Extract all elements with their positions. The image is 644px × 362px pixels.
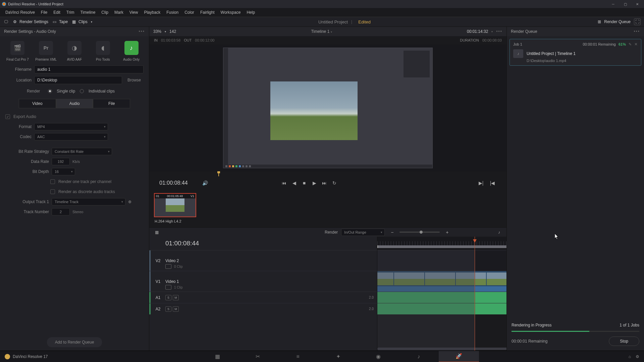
loop-button[interactable]: ↻	[330, 179, 338, 187]
monitor-icon[interactable]: 🖵	[3, 19, 9, 24]
track-v1-lane[interactable]: Photoshop Regenbogen erstellen.mp4	[377, 271, 506, 292]
expand-button[interactable]: ⛶	[634, 18, 641, 25]
menu-file[interactable]: File	[38, 9, 50, 15]
menu-resolve[interactable]: DaVinci Resolve	[3, 9, 38, 15]
menu-color[interactable]: Color	[182, 9, 197, 15]
track-enable-icon[interactable]	[165, 285, 171, 290]
solo-button[interactable]: S	[165, 295, 171, 300]
datarate-input[interactable]	[52, 158, 70, 165]
preset-fcp7[interactable]: 🎬Final Cut Pro 7	[5, 41, 30, 61]
scrub-playhead[interactable]	[218, 172, 219, 176]
timeline-playhead[interactable]	[475, 237, 475, 351]
timeline-content[interactable]: Photoshop Regenbogen erstellen.mp4 Photo…	[377, 237, 506, 351]
add-to-queue-button[interactable]: Add to Render Queue	[47, 337, 102, 347]
next-clip-button[interactable]: ▶|	[477, 179, 485, 187]
add-track-button[interactable]: ⊕	[128, 199, 131, 204]
tracknum-input[interactable]	[52, 208, 70, 216]
output-track-select[interactable]: Timeline Track	[52, 198, 125, 205]
inout-range[interactable]	[377, 245, 506, 248]
tab-file[interactable]: File	[93, 99, 130, 108]
menu-timeline[interactable]: Timeline	[77, 9, 98, 15]
clip-card[interactable]: 0100:01:05:48V1 H.264 High L4.2	[154, 193, 198, 225]
bitdepth-select[interactable]: 16	[52, 168, 75, 175]
render-job[interactable]: Job 1 00:00:01 Remaining 61% ✎ ✕ ♪ Untit…	[509, 39, 641, 66]
page-fairlight[interactable]: ♪	[398, 351, 439, 362]
preset-audio-only[interactable]: ♪Audio Only	[119, 41, 144, 61]
zoom-out-button[interactable]: −	[388, 228, 396, 236]
viewer-menu[interactable]: •••	[496, 29, 502, 34]
render-discrete-checkbox[interactable]	[50, 189, 55, 194]
page-color[interactable]: ◉	[358, 351, 398, 362]
scrub-bar[interactable]	[154, 172, 502, 176]
timeline-name[interactable]: Timeline 1	[311, 29, 329, 34]
bitrate-strat-select[interactable]: Constant Bit Rate	[52, 148, 112, 155]
menu-edit[interactable]: Edit	[51, 9, 63, 15]
track-a1-lane[interactable]: Photoshop Regenbogen erstellen.mp4	[377, 292, 506, 303]
page-edit[interactable]: ≡	[278, 351, 318, 362]
menu-view[interactable]: View	[127, 9, 141, 15]
menu-trim[interactable]: Trim	[64, 9, 77, 15]
page-deliver[interactable]: 🚀	[439, 351, 479, 362]
format-select[interactable]: MP4	[34, 123, 108, 130]
clips-toggle[interactable]: ▦Clips▾	[71, 19, 92, 24]
browse-button[interactable]: Browse	[125, 78, 144, 82]
zoom-level[interactable]: 33%	[153, 29, 161, 34]
preset-protools[interactable]: ◖Pro Tools	[90, 41, 116, 61]
single-clip-radio[interactable]	[48, 89, 52, 93]
export-audio-checkbox[interactable]: ✓	[5, 114, 10, 119]
audio-clip-a2[interactable]: Photoshop Regenbogen erstellen.mp4	[377, 303, 506, 314]
timeline-view-icon[interactable]: ▦	[154, 230, 159, 235]
first-frame-button[interactable]: ⏮	[280, 179, 288, 187]
volume-button[interactable]: 🔊	[201, 179, 209, 187]
home-button[interactable]: ⌂	[629, 354, 631, 359]
minimize-button[interactable]: ─	[608, 1, 618, 7]
page-media[interactable]: ▦	[197, 351, 237, 362]
audio-clip-a1[interactable]: Photoshop Regenbogen erstellen.mp4	[377, 292, 506, 303]
track-v2-lane[interactable]	[377, 250, 506, 271]
zoom-slider[interactable]	[399, 232, 440, 233]
render-queue-menu[interactable]: •••	[634, 29, 640, 34]
settings-button[interactable]: ⚙	[636, 354, 639, 359]
video-clip[interactable]: Photoshop Regenbogen erstellen.mp4	[377, 271, 506, 292]
tape-toggle[interactable]: ▭Tape	[52, 19, 68, 24]
tab-audio[interactable]: Audio	[56, 99, 93, 108]
maximize-button[interactable]: ▢	[621, 1, 630, 7]
menu-playback[interactable]: Playback	[141, 9, 163, 15]
render-settings-toggle[interactable]: ⚙Render Settings	[12, 19, 48, 24]
mute-button[interactable]: M	[173, 306, 179, 312]
render-settings-menu[interactable]: •••	[139, 29, 145, 34]
mute-button[interactable]: M	[173, 295, 179, 300]
audio-meter-icon[interactable]: ♪	[496, 230, 502, 235]
remove-job-button[interactable]: ✕	[634, 42, 638, 47]
edit-job-icon[interactable]: ✎	[629, 42, 632, 47]
individual-clips-radio[interactable]	[80, 89, 84, 93]
timeline-scrollbar[interactable]	[377, 348, 506, 350]
track-enable-icon[interactable]	[165, 264, 171, 269]
viewer[interactable]	[149, 44, 506, 172]
location-input[interactable]	[34, 76, 122, 84]
render-one-checkbox[interactable]	[50, 179, 55, 184]
menu-help[interactable]: Help	[244, 9, 258, 15]
menu-clip[interactable]: Clip	[99, 9, 111, 15]
track-a2-lane[interactable]: Photoshop Regenbogen erstellen.mp4	[377, 303, 506, 314]
solo-button[interactable]: S	[165, 306, 171, 312]
stop-button[interactable]: ■	[300, 179, 308, 187]
preset-premiere[interactable]: PrPremiere XML	[33, 41, 59, 61]
play-button[interactable]: ▶	[310, 179, 318, 187]
page-cut[interactable]: ✂	[237, 351, 278, 362]
preset-avid[interactable]: ◑AVID AAF	[62, 41, 87, 61]
menu-workspace[interactable]: Workspace	[218, 9, 244, 15]
render-queue-toggle[interactable]: ⊞Render Queue	[597, 19, 631, 24]
menu-mark[interactable]: Mark	[112, 9, 126, 15]
tab-video[interactable]: Video	[19, 99, 56, 108]
render-range-select[interactable]: In/Out Range	[341, 229, 385, 236]
last-frame-button[interactable]: ⏭	[320, 179, 328, 187]
codec-select[interactable]: AAC	[34, 133, 108, 140]
menu-fusion[interactable]: Fusion	[164, 9, 181, 15]
prev-frame-button[interactable]: ◀	[290, 179, 298, 187]
close-button[interactable]: ✕	[633, 1, 642, 7]
filename-input[interactable]	[34, 65, 144, 73]
timeline-ruler[interactable]	[377, 237, 506, 250]
menu-fairlight[interactable]: Fairlight	[198, 9, 217, 15]
zoom-in-button[interactable]: +	[443, 228, 451, 236]
